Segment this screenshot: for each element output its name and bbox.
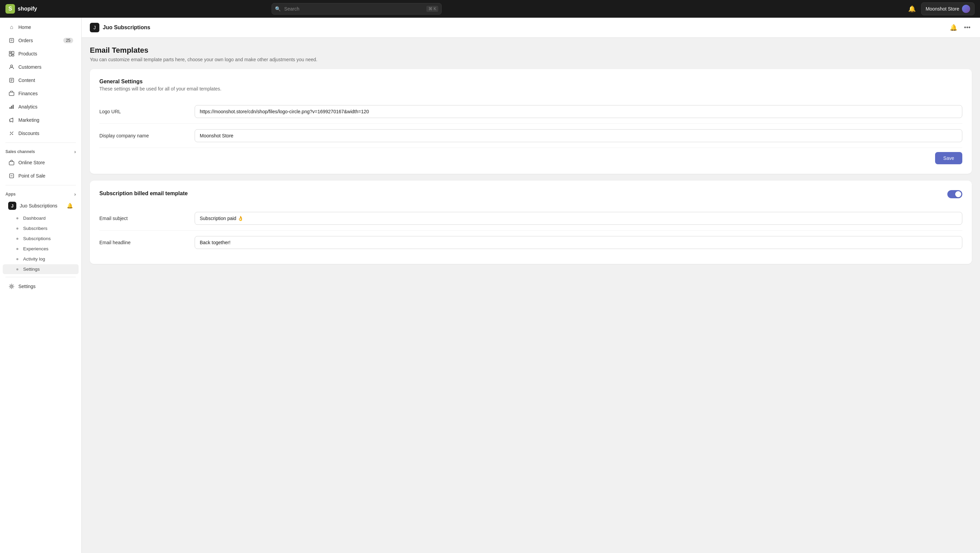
email-headline-label: Email headline [99, 240, 195, 245]
svg-rect-6 [9, 51, 11, 53]
apps-chevron[interactable]: › [74, 191, 76, 197]
sidebar-item-marketing-label: Marketing [18, 118, 39, 123]
dot-icon [16, 217, 18, 219]
sidebar: ⌂ Home Orders 25 Products Customers [0, 17, 82, 553]
company-name-label: Display company name [99, 133, 195, 138]
sidebar-item-pos[interactable]: Point of Sale [3, 169, 79, 182]
company-name-input[interactable] [195, 129, 962, 142]
settings-label: Settings [18, 284, 36, 289]
general-settings-subtitle: These settings will be used for all of y… [99, 86, 962, 92]
discounts-icon [8, 130, 15, 137]
sidebar-item-marketing[interactable]: Marketing [3, 114, 79, 127]
sidebar-item-content-label: Content [18, 78, 35, 83]
email-subject-label: Email subject [99, 216, 195, 221]
svg-point-17 [12, 134, 13, 135]
sidebar-item-analytics-label: Analytics [18, 104, 37, 110]
pos-icon [8, 172, 15, 179]
svg-rect-0 [10, 38, 14, 43]
orders-icon [8, 37, 15, 44]
sidebar-item-home[interactable]: ⌂ Home [3, 21, 79, 34]
subscription-billed-card: Subscription billed email template Email… [90, 181, 972, 264]
sidebar-sub-subscriptions[interactable]: Subscriptions [3, 234, 79, 243]
sales-channels-header: Sales channels › [0, 146, 81, 156]
finances-icon [8, 90, 15, 97]
sidebar-item-orders-label: Orders [18, 38, 33, 43]
search-shortcut: ⌘ K [426, 6, 438, 12]
sub-label-subscribers: Subscribers [23, 226, 47, 231]
juo-app-icon: J [8, 202, 16, 210]
page-intro: Email Templates You can customize email … [90, 46, 972, 62]
sub-label-settings: Settings [23, 267, 40, 272]
email-subject-row: Email subject [99, 207, 962, 230]
sidebar-sub-settings[interactable]: Settings [3, 264, 79, 274]
page-header-title: Juo Subscriptions [103, 24, 150, 30]
email-headline-field [195, 236, 962, 249]
dot-icon [16, 227, 18, 230]
page-header: J Juo Subscriptions 🔔 ••• [82, 17, 980, 38]
svg-rect-14 [11, 106, 12, 109]
sidebar-item-products[interactable]: Products [3, 47, 79, 60]
dot-icon [16, 269, 18, 270]
sidebar-item-content[interactable]: Content [3, 74, 79, 87]
sidebar-sub-activity-log[interactable]: Activity log [3, 254, 79, 264]
sidebar-item-orders[interactable]: Orders 25 [3, 34, 79, 47]
more-options-icon[interactable]: ••• [963, 23, 972, 33]
subscription-billed-toggle[interactable] [947, 190, 962, 198]
logo-url-input[interactable] [195, 105, 962, 118]
divider-2 [5, 185, 76, 185]
email-subject-input[interactable] [195, 212, 962, 225]
home-icon: ⌂ [8, 24, 15, 30]
sub-label-experiences: Experiences [23, 246, 48, 251]
customers-icon [8, 64, 15, 70]
store-badge[interactable]: Moonshot Store [921, 2, 975, 15]
sidebar-sub-dashboard[interactable]: Dashboard [3, 213, 79, 223]
dot-icon [16, 248, 18, 250]
notification-bell-icon[interactable]: 🔔 [907, 4, 917, 14]
divider-1 [5, 143, 76, 143]
online-store-icon [8, 159, 15, 166]
sidebar-item-finances[interactable]: Finances [3, 87, 79, 100]
logo-url-label: Logo URL [99, 109, 195, 114]
svg-rect-15 [13, 105, 14, 109]
sidebar-item-online-store-label: Online Store [18, 160, 45, 165]
general-settings-card: General Settings These settings will be … [90, 69, 972, 174]
sub-label-subscriptions: Subscriptions [23, 236, 51, 241]
sidebar-item-customers-label: Customers [18, 64, 41, 70]
sub-label-dashboard: Dashboard [23, 216, 46, 221]
marketing-icon [8, 117, 15, 124]
bell-header-icon[interactable]: 🔔 [948, 22, 959, 33]
sidebar-item-analytics[interactable]: Analytics [3, 100, 79, 113]
shopify-logo-text: shopify [18, 6, 37, 12]
page-subtitle: You can customize email template parts h… [90, 57, 972, 62]
save-row: Save [99, 148, 962, 164]
sidebar-item-finances-label: Finances [18, 91, 38, 96]
orders-badge: 25 [63, 38, 73, 43]
top-navigation: S shopify 🔍 ⌘ K 🔔 Moonshot Store [0, 0, 980, 17]
svg-rect-13 [10, 107, 11, 109]
content-area: Email Templates You can customize email … [82, 38, 980, 279]
search-input[interactable] [272, 3, 442, 14]
sidebar-sub-experiences[interactable]: Experiences [3, 244, 79, 254]
sidebar-item-customers[interactable]: Customers [3, 60, 79, 73]
save-button[interactable]: Save [935, 152, 962, 164]
sidebar-item-discounts[interactable]: Discounts [3, 127, 79, 140]
sidebar-item-juo[interactable]: J Juo Subscriptions 🔔 [3, 199, 79, 213]
sales-channels-chevron[interactable]: › [74, 149, 76, 154]
juo-app-label: Juo Subscriptions [20, 203, 57, 208]
sidebar-item-online-store[interactable]: Online Store [3, 156, 79, 169]
apps-header: Apps › [0, 188, 81, 198]
juo-bell-icon[interactable]: 🔔 [67, 203, 73, 209]
products-icon [8, 50, 15, 57]
sidebar-sub-subscribers[interactable]: Subscribers [3, 224, 79, 233]
svg-point-22 [11, 286, 13, 288]
sidebar-item-settings[interactable]: Settings [3, 280, 79, 293]
content-icon [8, 77, 15, 84]
store-avatar [962, 5, 970, 13]
logo-url-field [195, 105, 962, 118]
shopify-logo[interactable]: S shopify [5, 4, 37, 14]
svg-rect-3 [9, 53, 11, 56]
email-headline-input[interactable] [195, 236, 962, 249]
analytics-icon [8, 103, 15, 110]
search-icon: 🔍 [275, 6, 281, 11]
subscription-billed-header: Subscription billed email template [99, 190, 962, 198]
